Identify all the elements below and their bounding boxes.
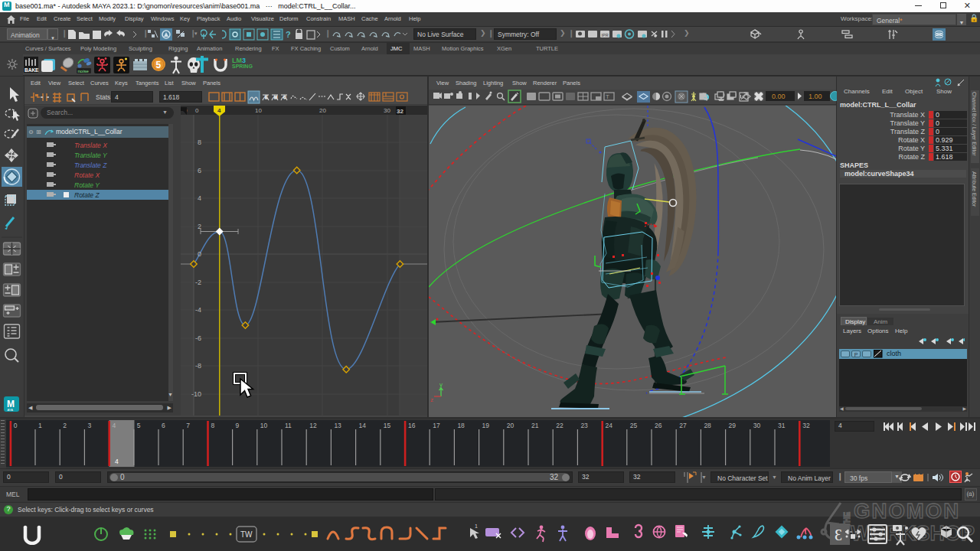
svg-text:7: 7 [186,422,190,429]
svg-text:IPR: IPR [602,33,609,37]
svg-text:15: 15 [384,422,391,429]
svg-text:28: 28 [704,422,711,429]
svg-text:noise: noise [78,69,90,73]
svg-text:0: 0 [198,250,201,258]
svg-text:8: 8 [211,422,214,429]
svg-text:8: 8 [198,139,201,146]
svg-text:20: 20 [319,107,326,114]
svg-text:27: 27 [679,422,687,429]
svg-text:6: 6 [198,167,201,174]
svg-text:y: y [439,381,443,388]
svg-text:TW: TW [240,530,253,539]
svg-text:1.00: 1.00 [808,93,822,100]
svg-text:14: 14 [359,422,367,429]
svg-text:5: 5 [156,60,162,70]
svg-text:10: 10 [260,422,268,429]
svg-text:-10: -10 [191,390,201,398]
svg-text:0: 0 [195,107,199,114]
svg-text:30: 30 [384,107,390,114]
svg-text:AYA: AYA [8,408,14,412]
svg-text:4: 4 [115,458,119,465]
svg-text:4: 4 [113,422,116,429]
svg-text:-2: -2 [195,279,201,286]
svg-text:z: z [430,396,433,403]
svg-text:0.00: 0.00 [772,93,786,100]
svg-text:11: 11 [285,422,292,429]
svg-text:25: 25 [630,422,638,429]
svg-text:17: 17 [433,422,440,429]
svg-text:1: 1 [475,523,478,529]
svg-text:22: 22 [556,422,564,429]
svg-text:20: 20 [507,422,514,429]
svg-text:GNOMON: GNOMON [854,499,960,523]
svg-text:32: 32 [802,422,810,429]
svg-text:10: 10 [255,107,262,114]
svg-text:21: 21 [531,422,539,429]
svg-text:24: 24 [606,422,613,429]
svg-text:0: 0 [14,422,18,429]
svg-text:4: 4 [217,107,221,114]
svg-text:1: 1 [38,422,42,429]
svg-text:13: 13 [334,422,341,429]
svg-text:2: 2 [63,422,67,429]
svg-text:26: 26 [655,422,662,429]
svg-text:4: 4 [198,194,201,202]
svg-text:6: 6 [162,422,165,429]
svg-text:3: 3 [87,422,91,429]
svg-text:23: 23 [580,422,588,429]
svg-text:32: 32 [397,108,403,115]
svg-text:29: 29 [729,422,737,429]
svg-text:E: E [265,95,268,99]
svg-text:30: 30 [753,422,761,429]
svg-text:M: M [274,95,277,99]
svg-text:-4: -4 [195,306,201,314]
svg-text:?: ? [286,30,291,39]
svg-text:12: 12 [309,422,317,429]
svg-text:5: 5 [137,422,141,429]
svg-text:Ɛ: Ɛ [835,527,842,543]
svg-text:16: 16 [408,422,416,429]
svg-text:-6: -6 [195,334,201,342]
svg-text:9: 9 [236,422,240,429]
svg-text:C: C [283,95,286,99]
svg-text:-8: -8 [195,362,201,370]
svg-text:2: 2 [198,223,201,230]
svg-text:19: 19 [482,422,490,429]
svg-text:31: 31 [778,422,786,429]
svg-text:18: 18 [457,422,465,429]
svg-text:BAKE: BAKE [24,67,39,73]
svg-text:T: T [606,93,609,100]
